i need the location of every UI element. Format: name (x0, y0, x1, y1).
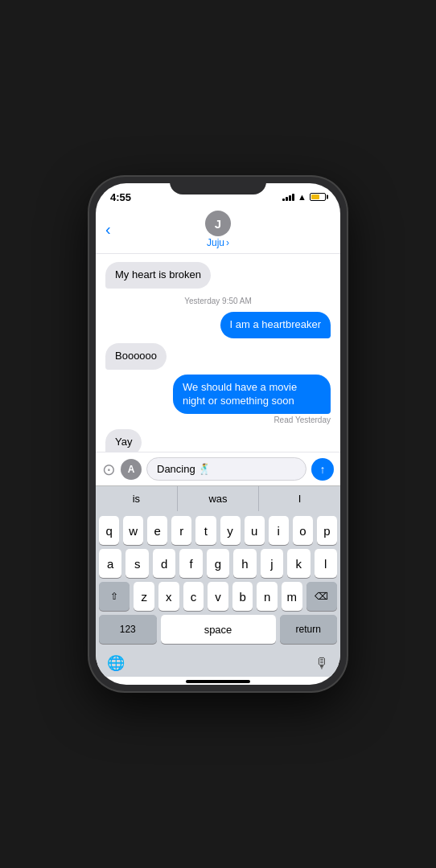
key-l[interactable]: l (315, 549, 337, 578)
numbers-key[interactable]: 123 (99, 615, 157, 644)
back-button[interactable]: ‹ (105, 220, 111, 239)
messages-area: My heart is broken Yesterday 9:50 AM I a… (96, 254, 340, 452)
shift-key[interactable]: ⇧ (99, 582, 130, 611)
key-g[interactable]: g (207, 549, 229, 578)
message-row-4: Boooooo (105, 343, 331, 370)
autocomplete-bar: is was I (96, 485, 340, 511)
input-area: ⊙ A Dancing 🕺 ↑ (96, 452, 340, 485)
message-row-1: My heart is broken (105, 262, 331, 289)
bubble-incoming-1: My heart is broken (105, 262, 211, 289)
nav-bar: ‹ J Juju › (96, 207, 340, 254)
key-r[interactable]: r (171, 516, 191, 545)
key-u[interactable]: u (245, 516, 265, 545)
key-b[interactable]: b (232, 582, 253, 611)
autocomplete-item-2[interactable]: I (259, 486, 340, 511)
home-indicator (186, 680, 250, 683)
bubble-outgoing-2: We should have a movie night or somethin… (173, 375, 331, 415)
key-w[interactable]: w (123, 516, 143, 545)
key-o[interactable]: o (293, 516, 313, 545)
battery-icon (310, 193, 326, 201)
battery-fill (311, 194, 319, 199)
key-s[interactable]: s (125, 549, 148, 578)
key-z[interactable]: z (134, 582, 154, 611)
status-icons: ▲ (282, 192, 326, 202)
camera-button[interactable]: ⊙ (102, 460, 116, 479)
return-key[interactable]: return (280, 615, 338, 644)
backspace-key[interactable]: ⌫ (306, 582, 337, 611)
key-v[interactable]: v (208, 582, 228, 611)
key-f[interactable]: f (179, 549, 202, 578)
key-j[interactable]: j (261, 549, 283, 578)
timestamp-1: Yesterday 9:50 AM (105, 297, 331, 305)
keyboard-row-3: ⇧ z x c v b n m ⌫ (99, 582, 337, 611)
message-input[interactable]: Dancing 🕺 (146, 457, 306, 481)
globe-icon[interactable]: 🌐 (107, 654, 125, 672)
message-row-5: We should have a movie night or somethin… (105, 375, 331, 425)
bubble-incoming-2: Boooooo (105, 343, 167, 370)
app-store-button[interactable]: A (121, 459, 142, 480)
contact-header[interactable]: J Juju › (205, 211, 231, 248)
status-time: 4:55 (110, 191, 131, 203)
phone-frame: 4:55 ▲ ‹ J Juju › (89, 177, 347, 691)
key-e[interactable]: e (147, 516, 167, 545)
bubble-outgoing-1: I am a heartbreaker (220, 312, 331, 338)
phone-screen: 4:55 ▲ ‹ J Juju › (96, 183, 340, 685)
space-key[interactable]: space (161, 615, 276, 644)
autocomplete-item-0[interactable]: is (96, 486, 178, 511)
key-y[interactable]: y (220, 516, 241, 545)
key-x[interactable]: x (158, 582, 179, 611)
key-d[interactable]: d (153, 549, 175, 578)
key-m[interactable]: m (282, 582, 302, 611)
wifi-icon: ▲ (298, 192, 306, 202)
bottom-bar: 🌐 🎙 (96, 651, 340, 677)
autocomplete-item-1[interactable]: was (178, 486, 260, 511)
key-i[interactable]: i (269, 516, 289, 545)
keyboard: q w e r t y u i o p a s d f g h j k (96, 511, 340, 651)
keyboard-row-2: a s d f g h j k l (99, 549, 337, 578)
bubble-incoming-3: Yay (105, 429, 142, 452)
message-row-3: I am a heartbreaker (105, 312, 331, 338)
key-c[interactable]: c (183, 582, 204, 611)
key-k[interactable]: k (287, 549, 310, 578)
key-h[interactable]: h (233, 549, 256, 578)
key-a[interactable]: a (99, 549, 121, 578)
key-n[interactable]: n (257, 582, 278, 611)
key-q[interactable]: q (99, 516, 119, 545)
notch (170, 177, 266, 194)
mic-icon[interactable]: 🎙 (315, 655, 329, 672)
message-row-6: Yay (105, 429, 331, 452)
contact-avatar: J (205, 211, 231, 236)
key-p[interactable]: p (317, 516, 337, 545)
signal-icon (282, 193, 294, 201)
read-receipt-1: Read Yesterday (274, 416, 331, 424)
keyboard-row-4: 123 space return (99, 615, 337, 644)
key-t[interactable]: t (195, 516, 216, 545)
send-button[interactable]: ↑ (311, 458, 334, 481)
keyboard-row-1: q w e r t y u i o p (99, 516, 337, 545)
contact-name: Juju › (207, 237, 229, 248)
